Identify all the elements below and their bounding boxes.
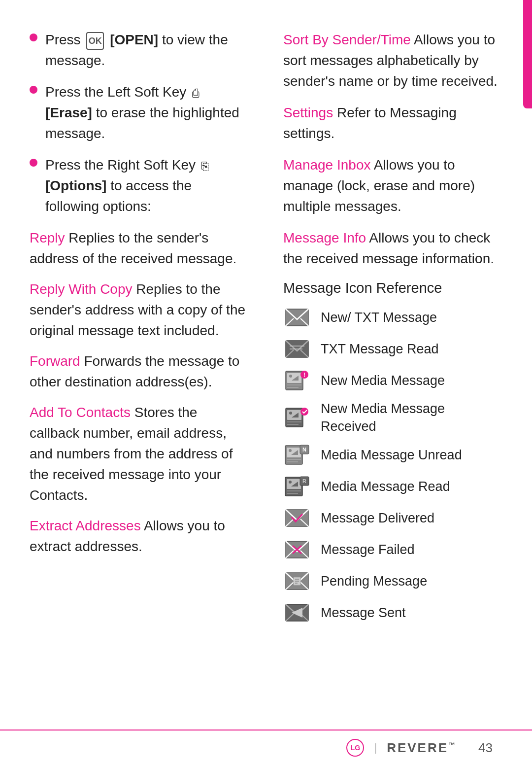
icon-ref-label: Message Delivered [321, 509, 434, 527]
icon-ref-label: TXT Message Read [321, 340, 439, 358]
svg-point-10 [289, 375, 292, 378]
option-label-extract: Extract Addresses [30, 518, 141, 533]
list-item: Pending Message [283, 569, 502, 593]
right-option-sort: Sort By Sender/Time Allows you to sort m… [283, 30, 502, 92]
list-item: N Media Message Unread [283, 443, 502, 467]
option-extract: Extract Addresses Allows you to extract … [30, 516, 249, 557]
footer-page-number: 43 [478, 740, 493, 756]
svg-text:N: N [302, 447, 306, 452]
list-item: Message Sent [283, 600, 502, 625]
bullet-dot [30, 159, 37, 167]
right-option-manage: Manage Inbox Allows you to manage (lock,… [283, 155, 502, 217]
svg-point-18 [289, 412, 292, 415]
option-label-forward: Forward [30, 353, 80, 369]
option-label-add-contacts: Add To Contacts [30, 405, 131, 420]
list-item: ! New Media Message [283, 368, 502, 393]
icon-ref-list: New/ TXT Message [283, 305, 502, 625]
new-txt-icon [283, 305, 311, 330]
icon-ref-title: Message Icon Reference [283, 280, 502, 296]
right-soft-key-icon: ⎘ [201, 157, 208, 175]
option-add-contacts: Add To Contacts Stores the callback numb… [30, 402, 249, 506]
option-reply-copy: Reply With Copy Replies to the sender's … [30, 279, 249, 341]
icon-ref-label: New Media Message Received [321, 400, 502, 436]
content-area: Press OK [OPEN] to view the message. Pre… [0, 0, 532, 726]
svg-point-33 [289, 481, 292, 484]
icon-ref-label: Pending Message [321, 572, 427, 590]
bullet-item-erase: Press the Left Soft Key ⎙ [Erase] to era… [30, 82, 249, 144]
option-forward: Forward Forwards the message to other de… [30, 351, 249, 392]
icon-ref-label: Message Failed [321, 541, 415, 558]
left-column: Press OK [OPEN] to view the message. Pre… [30, 30, 259, 686]
svg-rect-9 [287, 373, 301, 383]
bullet-text-options: Press the Right Soft Key ⎘ [Options] to … [45, 155, 249, 217]
bullet-item-options: Press the Right Soft Key ⎘ [Options] to … [30, 155, 249, 217]
msg-pending-icon [283, 569, 311, 593]
options-section: Reply Replies to the sender's address of… [30, 228, 249, 557]
svg-text:!: ! [303, 372, 305, 379]
right-option-msginfo: Message Info Allows you to check the rec… [283, 228, 502, 269]
bullet-item-open: Press OK [OPEN] to view the message. [30, 30, 249, 71]
option-label-reply-copy: Reply With Copy [30, 281, 133, 297]
msg-delivered-icon [283, 506, 311, 530]
bullet-dot [30, 86, 37, 94]
trademark-symbol: ™ [448, 741, 457, 749]
right-label-msginfo: Message Info [283, 230, 366, 245]
list-item: R Media Message Read [283, 474, 502, 499]
bullet-list: Press OK [OPEN] to view the message. Pre… [30, 30, 249, 217]
list-item: Message Delivered [283, 506, 502, 530]
svg-text:R: R [302, 478, 306, 484]
right-label-manage: Manage Inbox [283, 157, 370, 173]
ok-icon: OK [86, 32, 104, 50]
list-item: TXT Message Read [283, 337, 502, 361]
icon-ref-label: Media Message Read [321, 478, 450, 495]
icon-ref-label: Message Sent [321, 604, 406, 622]
bullet-dot [30, 34, 37, 41]
icon-ref-label: New/ TXT Message [321, 309, 437, 326]
lg-circle-icon: LG [346, 739, 364, 757]
list-item: New Media Message Received [283, 400, 502, 436]
bullet-text-open: Press OK [OPEN] to view the message. [45, 30, 249, 71]
option-reply: Reply Replies to the sender's address of… [30, 228, 249, 269]
msg-failed-icon [283, 537, 311, 562]
media-unread-icon: N [283, 443, 311, 467]
list-item: New/ TXT Message [283, 305, 502, 330]
page: Press OK [OPEN] to view the message. Pre… [0, 0, 532, 765]
svg-rect-24 [287, 448, 301, 457]
list-item: Message Failed [283, 537, 502, 562]
new-media-icon: ! [283, 368, 311, 393]
lg-logo: LG [346, 739, 364, 757]
txt-read-icon [283, 337, 311, 361]
option-label-reply: Reply [30, 230, 65, 245]
footer-brand-name: REVERE™ [387, 740, 457, 756]
footer: LG | REVERE™ 43 [0, 730, 532, 765]
svg-point-25 [289, 449, 292, 452]
footer-logo: LG | REVERE™ 43 [346, 739, 493, 757]
media-read-icon: R [283, 474, 311, 499]
svg-rect-17 [287, 410, 301, 420]
right-label-sort: Sort By Sender/Time [283, 32, 411, 47]
icon-ref-label: New Media Message [321, 372, 445, 389]
icon-ref-label: Media Message Unread [321, 446, 462, 464]
new-media-received-icon [283, 405, 311, 430]
msg-sent-icon [283, 600, 311, 625]
right-option-settings: Settings Refer to Messaging settings. [283, 103, 502, 144]
right-label-settings: Settings [283, 105, 333, 120]
bullet-text-erase: Press the Left Soft Key ⎙ [Erase] to era… [45, 82, 249, 144]
right-column: Sort By Sender/Time Allows you to sort m… [278, 30, 502, 686]
accent-bar [523, 0, 532, 108]
left-soft-key-icon: ⎙ [192, 84, 199, 102]
svg-rect-32 [287, 479, 301, 489]
svg-point-22 [300, 408, 308, 416]
